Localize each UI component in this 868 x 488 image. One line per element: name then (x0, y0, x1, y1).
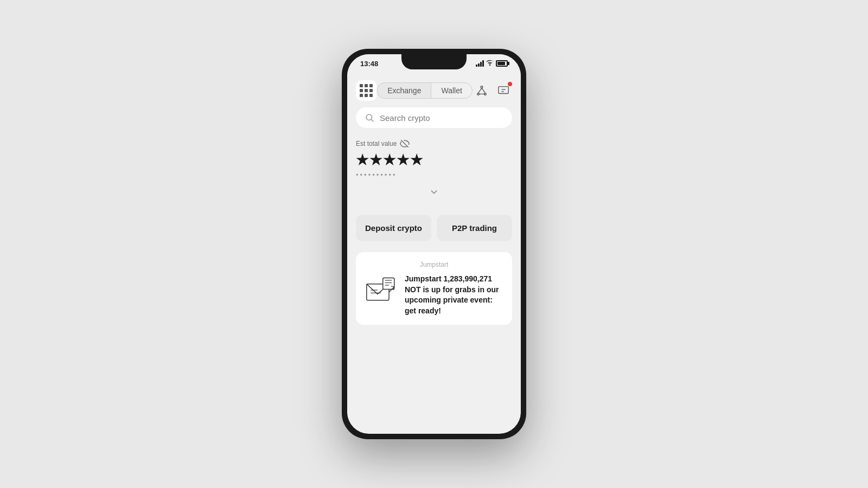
phone-screen: 13:48 (347, 54, 521, 434)
deposit-crypto-button[interactable]: Deposit crypto (356, 215, 431, 241)
jumpstart-text: Jumpstart 1,283,990,271 NOT is up for gr… (405, 274, 503, 316)
grid-icon (360, 84, 373, 97)
svg-point-0 (481, 86, 483, 88)
status-icons (476, 60, 508, 67)
wifi-icon (486, 60, 494, 67)
grid-menu-button[interactable] (356, 80, 376, 101)
search-icon (365, 113, 374, 123)
portfolio-section: Est total value ★★★★★ •••••••••• (347, 137, 521, 215)
jumpstart-envelope-icon (365, 274, 397, 306)
right-icons (473, 82, 512, 99)
chevron-down-icon (429, 187, 439, 197)
wallet-tab[interactable]: Wallet (431, 82, 472, 99)
jumpstart-section: Jumpstart (356, 252, 512, 325)
battery-icon (496, 60, 508, 67)
jumpstart-label: Jumpstart (365, 261, 503, 268)
messages-icon-button[interactable] (495, 82, 512, 99)
app-content: Exchange Wallet (347, 76, 521, 434)
svg-line-4 (482, 88, 485, 93)
svg-line-10 (371, 119, 373, 121)
phone-frame: 13:48 (342, 49, 526, 439)
jumpstart-content: Jumpstart 1,283,990,271 NOT is up for gr… (365, 274, 503, 316)
eye-slash-icon[interactable] (400, 139, 410, 149)
status-bar: 13:48 (347, 54, 521, 76)
search-bar[interactable] (356, 107, 512, 128)
search-input[interactable] (380, 113, 503, 123)
total-value: ★★★★★ (356, 152, 512, 169)
notch (401, 54, 467, 69)
signal-icon (476, 60, 484, 67)
svg-line-3 (478, 88, 482, 93)
nav-tabs: Exchange Wallet (377, 82, 473, 99)
top-nav: Exchange Wallet (347, 76, 521, 107)
svg-rect-14 (383, 278, 394, 290)
exchange-tab[interactable]: Exchange (377, 82, 431, 99)
p2p-trading-button[interactable]: P2P trading (437, 215, 512, 241)
est-label: Est total value (356, 139, 512, 149)
messages-icon (497, 85, 509, 97)
status-time: 13:48 (360, 60, 378, 68)
expand-button[interactable] (356, 184, 512, 206)
secondary-value: •••••••••• (356, 171, 512, 179)
network-icon-button[interactable] (473, 82, 490, 99)
action-buttons: Deposit crypto P2P trading (356, 215, 512, 241)
svg-rect-6 (499, 87, 508, 94)
network-icon (476, 85, 488, 97)
notification-badge (508, 82, 512, 86)
svg-point-9 (366, 114, 372, 120)
